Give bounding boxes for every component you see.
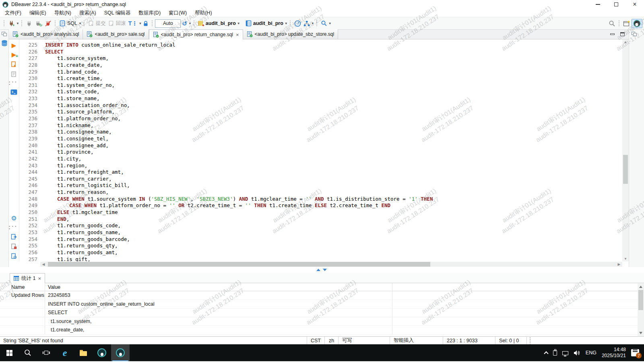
quick-search-button[interactable]	[607, 18, 617, 29]
taskbar-clock[interactable]: 14:48 2025/10/21	[602, 347, 626, 359]
tab-close-icon[interactable]: ×	[236, 32, 239, 38]
editor-settings-gear-icon[interactable]: ⚙	[11, 215, 17, 222]
execute-script-button[interactable]	[11, 61, 17, 68]
disconnect-button[interactable]	[43, 18, 53, 29]
scroll-up-arrow[interactable]: ▲	[622, 40, 629, 44]
connection-select-caret[interactable]: ▼	[237, 22, 240, 25]
dbeaver-taskbar-button-active[interactable]	[111, 344, 130, 361]
action-center-button[interactable]: 7	[631, 349, 639, 356]
table-row[interactable]: SELECT	[0, 309, 644, 317]
status-insert-mode[interactable]: 智能插入	[390, 337, 443, 344]
menu-item-4[interactable]: SQL 编辑器	[100, 9, 135, 17]
text-transform-button[interactable]: T⋮	[127, 18, 139, 29]
menu-item-5[interactable]: 数据库(D)	[134, 9, 165, 17]
sash-collapse-down-icon[interactable]	[323, 269, 327, 271]
status-writable[interactable]: 可写	[338, 337, 390, 344]
dashboard-button[interactable]	[293, 18, 302, 29]
rollback-button[interactable]: 回滚	[107, 18, 127, 29]
maximize-button[interactable]	[607, 0, 625, 9]
history-dropdown-caret[interactable]: ▼	[188, 22, 192, 25]
taskbar-search-button[interactable]	[19, 344, 37, 361]
status-caret-position[interactable]: 223 : 1 : 9033	[443, 337, 495, 344]
dbeaver-taskbar-button[interactable]	[93, 344, 111, 361]
execute-new-tab-button[interactable]: ▶+	[12, 52, 17, 58]
status-language[interactable]: zh	[324, 337, 338, 344]
explain-plan-button[interactable]	[11, 71, 17, 77]
connect-button[interactable]	[25, 18, 34, 29]
scroll-thumb[interactable]	[623, 155, 628, 184]
scroll-right-arrow[interactable]: ▶	[616, 261, 622, 267]
code-viewport[interactable]: 225INSERT INTO custom_online_sale_return…	[19, 39, 622, 261]
editor-horizontal-scrollbar[interactable]: ◀ ▶	[9, 261, 629, 267]
connection-dropdown-caret[interactable]: ▼	[16, 22, 19, 25]
connection-selector[interactable]: audit_bi_pro	[197, 18, 237, 29]
export-result-button[interactable]	[11, 234, 17, 240]
database-navigator-icon[interactable]	[1, 40, 8, 47]
schema-selector[interactable]: audit_bi_pro	[244, 18, 285, 29]
scroll-thumb[interactable]	[638, 290, 643, 310]
table-row[interactable]: t1.source_system,	[0, 317, 644, 326]
table-row[interactable]: t1.create_date,	[0, 326, 644, 335]
close-button[interactable]: ×	[625, 0, 644, 9]
panel-sash[interactable]	[0, 267, 644, 273]
restore-views-button[interactable]	[2, 32, 7, 36]
transaction-log-button[interactable]: ↺	[181, 18, 188, 29]
table-row[interactable]: Updated Rows23245853	[0, 291, 644, 300]
menu-item-6[interactable]: 窗口(W)	[165, 9, 191, 17]
task-view-button[interactable]	[37, 344, 56, 361]
sash-collapse-up-icon[interactable]	[316, 269, 320, 271]
editor-tab[interactable]: <audit_bi_pro> analysis.sql	[9, 29, 83, 39]
menu-item-3[interactable]: 搜索(A)	[75, 9, 100, 17]
transaction-mode-select[interactable]: Auto	[155, 19, 181, 28]
scroll-down-arrow[interactable]: ▼	[622, 257, 629, 261]
network-tray-icon[interactable]	[562, 351, 568, 355]
table-row[interactable]: INSERT INTO custom_online_sale_return_lo…	[0, 300, 644, 309]
search-dropdown-caret[interactable]: ▼	[328, 22, 332, 25]
error-log-button[interactable]: !	[11, 243, 17, 249]
menu-item-0[interactable]: 文件(F)	[1, 9, 25, 17]
status-timezone[interactable]: CST	[307, 337, 324, 344]
value-column-header[interactable]: Value	[45, 283, 392, 291]
menu-item-7[interactable]: 帮助(H)	[191, 9, 216, 17]
minimize-editor-button[interactable]	[610, 33, 615, 35]
panel-scrollbar[interactable]	[638, 284, 644, 336]
reconnect-button[interactable]: ↻	[34, 18, 43, 29]
editor-vertical-scrollbar[interactable]: ▲ ▼	[622, 39, 629, 261]
sql-dropdown-caret[interactable]: ▼	[78, 22, 82, 25]
dbeaver-perspective-button[interactable]	[632, 19, 642, 28]
sql-editor-button[interactable]: SQL	[58, 18, 78, 29]
search-button[interactable]	[320, 18, 328, 29]
editor-tab[interactable]: <audit_bi_pro> sale.sql	[83, 29, 149, 39]
editor-tab[interactable]: <audit_bi_pro> update_sbz_store.sql	[243, 29, 338, 39]
maximize-editor-button[interactable]	[620, 32, 625, 36]
file-explorer-button[interactable]	[74, 344, 93, 361]
usb-tray-icon[interactable]	[553, 350, 557, 356]
tab-close-icon[interactable]: ×	[38, 276, 41, 282]
execute-statement-button[interactable]: ▶	[12, 43, 17, 48]
menu-item-1[interactable]: 编辑(E)	[25, 9, 50, 17]
new-connection-button[interactable]: +	[7, 18, 16, 29]
input-language[interactable]: ENG	[586, 350, 597, 356]
open-terminal-button[interactable]	[10, 89, 17, 95]
restore-right-views-button[interactable]	[632, 32, 637, 36]
menu-item-2[interactable]: 导航(N)	[50, 9, 75, 17]
name-column-header[interactable]: Name	[0, 283, 45, 291]
lock-button[interactable]	[142, 18, 150, 29]
scroll-down-arrow[interactable]	[639, 332, 642, 334]
commit-button[interactable]: 提交	[87, 18, 107, 29]
scroll-left-arrow[interactable]: ◀	[40, 261, 47, 267]
editor-tab[interactable]: <audit_bi_pro> return_change.sql×	[149, 29, 243, 39]
open-perspective-button[interactable]	[622, 18, 632, 29]
diagram-dropdown-caret[interactable]: ▼	[311, 22, 314, 25]
transform-dropdown-caret[interactable]: ▼	[138, 22, 142, 25]
statistics-tab[interactable]: 统计 1 ×	[10, 273, 45, 283]
output-view-button[interactable]	[11, 253, 17, 259]
hscroll-thumb[interactable]	[48, 262, 430, 267]
start-button[interactable]	[0, 344, 19, 361]
volume-icon[interactable]	[574, 350, 580, 356]
minimize-button[interactable]	[588, 0, 607, 9]
internet-explorer-button[interactable]: e	[56, 344, 74, 361]
er-diagram-button[interactable]	[302, 18, 311, 29]
schema-select-caret[interactable]: ▼	[285, 22, 288, 25]
scroll-up-arrow[interactable]	[639, 286, 642, 288]
